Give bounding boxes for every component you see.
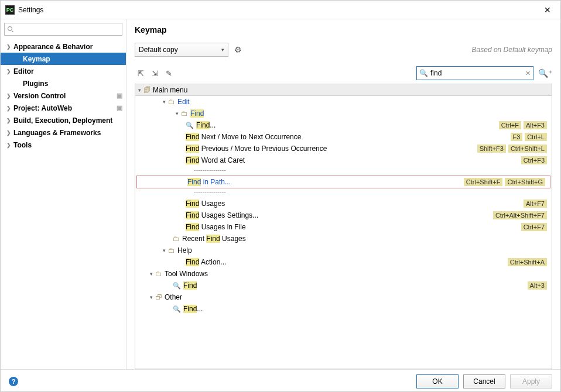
tree-node[interactable]: 🔍Find...Ctrl+FAlt+F3	[135, 119, 552, 131]
node-label: Find...	[183, 305, 203, 313]
ok-button[interactable]: OK	[416, 374, 459, 388]
chevron-right-icon: ❯	[6, 142, 13, 148]
sidebar-item-label: Editor	[13, 67, 34, 75]
sidebar-item-version-control[interactable]: ❯Version Control▣	[1, 90, 126, 102]
edit-icon[interactable]: ✎	[163, 67, 175, 79]
node-label: Edit	[177, 98, 190, 106]
sidebar-item-appearance-behavior[interactable]: ❯Appearance & Behavior	[1, 40, 126, 53]
chevron-down-icon[interactable]: ▾	[135, 87, 143, 93]
close-icon[interactable]: ✕	[539, 3, 556, 17]
tree-node[interactable]: ▾🗀Tool Windows	[135, 268, 552, 280]
tree-node[interactable]: Find Previous / Move to Previous Occurre…	[135, 143, 552, 154]
shortcut-badge: Ctrl+L	[525, 133, 547, 141]
search-icon: 🔍	[186, 122, 194, 129]
tree-node[interactable]: ▾🗀Help	[135, 245, 552, 256]
sidebar-item-label: Build, Execution, Deployment	[13, 116, 112, 125]
apply-button[interactable]: Apply	[510, 374, 552, 388]
chevron-right-icon: ❯	[6, 130, 13, 136]
chevron-down-icon[interactable]: ▾	[160, 247, 168, 253]
sidebar-item-build-execution-deployment[interactable]: ❯Build, Execution, Deployment	[1, 114, 126, 126]
app-icon: PC	[5, 5, 15, 15]
root-label: Main menu	[153, 86, 187, 94]
highlighted-row: Find in Path...Ctrl+Shift+FCtrl+Shift+G	[136, 176, 550, 188]
node-label: Help	[177, 246, 192, 255]
node-label: Recent Find Usages	[182, 235, 246, 243]
shortcut-badge: Alt+3	[528, 281, 547, 290]
tree-root[interactable]: ▾ 🗐 Main menu	[135, 84, 552, 96]
sidebar-item-editor[interactable]: ❯Editor	[1, 65, 126, 77]
chevron-right-icon: ❯	[6, 118, 13, 123]
help-icon[interactable]: ?	[9, 377, 18, 386]
page-title: Keymap	[135, 25, 552, 35]
tree-node[interactable]: ▾🗀Find	[135, 108, 552, 119]
cancel-button[interactable]: Cancel	[463, 374, 505, 388]
sidebar-item-project-autoweb[interactable]: ❯Project: AutoWeb▣	[1, 102, 126, 114]
sidebar-item-plugins[interactable]: Plugins	[1, 77, 126, 90]
expand-all-icon[interactable]: ⇱	[135, 67, 146, 79]
toolbar-row: ⇱ ⇲ ✎ 🔍 ✕ 🔍⁺	[135, 66, 552, 80]
shortcut-badge: Ctrl+Shift+A	[508, 258, 547, 266]
chevron-down-icon[interactable]: ▾	[147, 271, 155, 277]
shortcut-badge: Ctrl+Alt+Shift+F7	[493, 211, 547, 219]
sidebar-item-tools[interactable]: ❯Tools	[1, 139, 126, 151]
tree-node[interactable]: Find Usages in FileCtrl+F7	[135, 221, 552, 233]
folder-icon: 🗐	[143, 86, 150, 94]
collapse-all-icon[interactable]: ⇲	[149, 67, 160, 79]
node-label: Find Action...	[186, 258, 226, 266]
node-label: Other	[165, 293, 182, 301]
tree-node[interactable]: Find in Path...Ctrl+Shift+FCtrl+Shift+G	[137, 176, 550, 188]
node-label: Find in Path...	[187, 178, 231, 186]
node-label: Find	[183, 281, 197, 290]
node-label: Find...	[196, 121, 215, 129]
node-label: Find Usages Settings...	[186, 211, 258, 219]
shortcut-badge: Ctrl+Shift+F	[464, 178, 503, 186]
separator: ---------------	[135, 188, 552, 198]
scheme-row: Default copy ▾ ⚙ Based on Default keymap	[135, 43, 552, 57]
shortcut-badge: Ctrl+F	[499, 121, 521, 129]
sidebar-item-label: Version Control	[13, 92, 66, 100]
node-label: Tool Windows	[165, 270, 208, 278]
dialog-footer: ? OK Cancel Apply	[1, 369, 560, 392]
scheme-label: Default copy	[139, 46, 178, 54]
tree-node[interactable]: Find Action...Ctrl+Shift+A	[135, 256, 552, 268]
sidebar-item-keymap[interactable]: Keymap	[1, 53, 126, 65]
settings-sidebar: ❯Appearance & BehaviorKeymap❯EditorPlugi…	[1, 19, 126, 369]
chevron-right-icon: ❯	[6, 93, 13, 99]
sidebar-item-languages-frameworks[interactable]: ❯Languages & Frameworks	[1, 126, 126, 139]
tree-node[interactable]: Find Next / Move to Next OccurrenceF3Ctr…	[135, 131, 552, 143]
sidebar-search-input[interactable]	[4, 23, 122, 36]
chevron-right-icon: ❯	[6, 44, 13, 50]
tree-node[interactable]: ▾🗀Edit	[135, 96, 552, 108]
node-label: Find	[190, 109, 204, 118]
other-icon: 🗗	[155, 293, 162, 301]
chevron-down-icon[interactable]: ▾	[147, 294, 155, 300]
search-icon: 🔍	[419, 69, 428, 77]
keymap-scheme-combo[interactable]: Default copy ▾	[135, 43, 228, 57]
tree-node[interactable]: 🔍FindAlt+3	[135, 280, 552, 291]
chevron-down-icon[interactable]: ▾	[173, 111, 181, 116]
folder-icon: 🗀	[168, 98, 175, 106]
sidebar-item-label: Project: AutoWeb	[13, 104, 72, 112]
node-label: Find Usages in File	[186, 223, 246, 231]
clear-icon[interactable]: ✕	[525, 70, 531, 77]
find-by-shortcut-icon[interactable]: 🔍⁺	[538, 68, 552, 78]
tree-node[interactable]: ▾🗗Other	[135, 291, 552, 303]
node-label: Find Word at Caret	[186, 156, 245, 164]
gear-icon[interactable]: ⚙	[234, 45, 242, 54]
chevron-right-icon: ❯	[6, 105, 13, 111]
tree-node[interactable]: Find Word at CaretCtrl+F3	[135, 154, 552, 166]
tree-node[interactable]: 🔍Find...	[135, 303, 552, 315]
keymap-tree[interactable]: ▾ 🗐 Main menu ▾🗀Edit▾🗀Find🔍Find...Ctrl+F…	[135, 84, 552, 369]
tree-node[interactable]: Find UsagesAlt+F7	[135, 198, 552, 209]
tree-node[interactable]: Find Usages Settings...Ctrl+Alt+Shift+F7	[135, 209, 552, 221]
folder-icon: 🗀	[168, 246, 175, 255]
folder-icon: 🗀	[181, 109, 188, 118]
sidebar-item-label: Keymap	[23, 55, 50, 63]
action-search-input[interactable]	[430, 69, 525, 77]
chevron-down-icon[interactable]: ▾	[160, 99, 168, 105]
content-pane: Keymap Default copy ▾ ⚙ Based on Default…	[126, 19, 560, 369]
sidebar-item-label: Tools	[13, 141, 32, 149]
action-search-box[interactable]: 🔍 ✕	[416, 66, 533, 80]
tree-node[interactable]: 🗀Recent Find Usages	[135, 233, 552, 245]
sidebar-item-label: Plugins	[23, 80, 48, 88]
